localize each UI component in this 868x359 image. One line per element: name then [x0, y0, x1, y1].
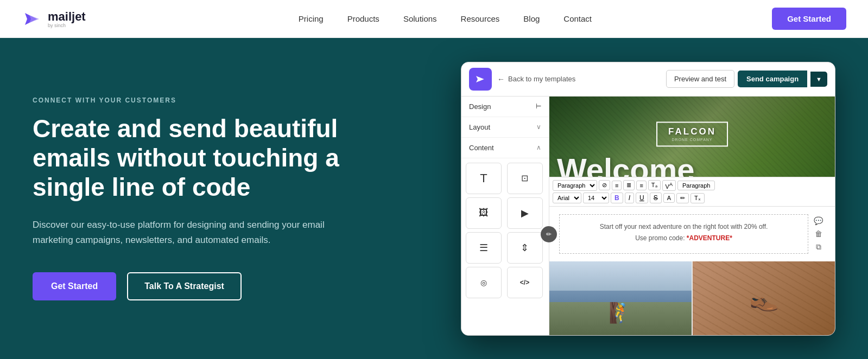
- canvas-brand-badge: FALCON DRONE COMPANY: [656, 121, 728, 146]
- tool-image-text[interactable]: ⊡: [507, 163, 543, 194]
- editor-body: Design ⊢ Layout ∨ Content ∧ T ⊡: [461, 97, 835, 335]
- nav-get-started-button[interactable]: Get Started: [772, 8, 846, 30]
- sidebar-layout-label: Layout: [469, 123, 490, 131]
- canvas-promo-block: ✏ Start off your next adventure on the r…: [549, 207, 835, 261]
- sidebar-content-arrow-icon: ∧: [536, 144, 541, 151]
- strikethrough-button[interactable]: S: [650, 193, 662, 203]
- hero-right: ← Back to my templates Preview and test …: [440, 62, 835, 336]
- hero-title: Create and send beautiful emails without…: [33, 114, 402, 202]
- tool-text[interactable]: T: [466, 163, 502, 194]
- nav-link-solutions[interactable]: Solutions: [403, 14, 437, 23]
- delete-icon[interactable]: 🗑: [815, 229, 822, 238]
- tool-video[interactable]: ▶: [507, 197, 543, 229]
- send-campaign-dropdown-button[interactable]: ▼: [810, 72, 827, 87]
- nav-links: Pricing Products Solutions Resources Blo…: [118, 14, 772, 23]
- hero-description: Discover our easy-to-use platform for de…: [33, 217, 347, 249]
- hero-section: CONNECT WITH YOUR CUSTOMERS Create and s…: [0, 38, 868, 359]
- canvas-bottom-images: 🧗 👞: [549, 261, 835, 335]
- editor-topbar-actions: Preview and test Send campaign ▼: [666, 70, 827, 88]
- send-campaign-button[interactable]: Send campaign: [738, 70, 807, 87]
- editor-formatting-toolbar: Paragraph ⊘ ≡ ≣ ≡ Tₐ VA Paragraph: [549, 177, 835, 207]
- preview-and-test-button[interactable]: Preview and test: [666, 70, 734, 88]
- font-size-button[interactable]: Tₐ: [648, 180, 661, 190]
- highlight-button[interactable]: ✏: [676, 193, 689, 203]
- sidebar-design-label: Design: [469, 102, 491, 111]
- logo-area: mailjet by sinch: [22, 9, 86, 29]
- tool-divider[interactable]: ☰: [466, 232, 502, 264]
- mailjet-logo-icon: [22, 9, 42, 29]
- canvas-welcome-text: Welcome: [557, 154, 695, 177]
- sidebar-tools-grid: T ⊡ 🖼 ▶ ☰ ⇕ ◎ </>: [461, 158, 549, 303]
- align-button[interactable]: ≡: [636, 181, 646, 190]
- clear-text-button[interactable]: Tₓ: [690, 193, 705, 203]
- toolbar-row-2: Arial 14 B I U S A ✏ Tₓ: [553, 193, 832, 203]
- logo-text-area: mailjet by sinch: [48, 10, 86, 28]
- bold-button[interactable]: B: [611, 193, 623, 203]
- font-family-select[interactable]: Arial: [553, 193, 581, 203]
- hero-get-started-button[interactable]: Get Started: [33, 272, 116, 300]
- clear-format-button[interactable]: ⊘: [599, 180, 610, 190]
- tool-image[interactable]: 🖼: [466, 197, 502, 229]
- unordered-list-button[interactable]: ≣: [623, 180, 635, 190]
- sidebar-design-icon: ⊢: [536, 102, 541, 110]
- toolbar-paragraph-btn[interactable]: Paragraph: [677, 181, 715, 190]
- ordered-list-button[interactable]: ≡: [612, 181, 622, 190]
- nav-link-pricing[interactable]: Pricing: [299, 14, 324, 23]
- promo-main-text: Start off your next adventure on the rig…: [600, 223, 768, 230]
- sidebar-layout-arrow-icon: ∨: [536, 123, 541, 131]
- editor-left-sidebar: Design ⊢ Layout ∨ Content ∧ T ⊡: [461, 97, 549, 335]
- editor-mockup: ← Back to my templates Preview and test …: [461, 62, 835, 336]
- boots-figure: 👞: [749, 284, 779, 312]
- underline-button[interactable]: U: [636, 193, 648, 203]
- logo-brand: mailjet: [48, 10, 86, 24]
- sidebar-layout-item[interactable]: Layout ∨: [461, 117, 549, 138]
- tool-html[interactable]: </>: [507, 267, 543, 298]
- editor-logo-icon: [474, 73, 486, 85]
- paragraph-style-select[interactable]: Paragraph: [553, 180, 597, 191]
- hero-talk-strategist-button[interactable]: Talk To A Strategist: [127, 272, 242, 300]
- hero-left: CONNECT WITH YOUR CUSTOMERS Create and s…: [33, 97, 440, 301]
- tool-spacer[interactable]: ⇕: [507, 232, 543, 264]
- editor-logo-box: [469, 68, 492, 91]
- nav-link-products[interactable]: Products: [347, 14, 379, 23]
- promo-text-content: Start off your next adventure on the rig…: [559, 214, 808, 254]
- edit-pencil-button[interactable]: ✏: [541, 226, 557, 242]
- promo-code-label: Use promo code:: [635, 234, 685, 242]
- canvas-right-icons: 💬 🗑 ⧉: [808, 214, 825, 254]
- editor-topbar: ← Back to my templates Preview and test …: [461, 62, 835, 97]
- hero-eyebrow: CONNECT WITH YOUR CUSTOMERS: [33, 97, 418, 104]
- text-color-button[interactable]: A: [663, 193, 675, 203]
- canvas-image-hiker: 🧗: [549, 261, 692, 335]
- back-arrow-icon: ←: [497, 75, 505, 84]
- sidebar-design-item[interactable]: Design ⊢: [461, 97, 549, 117]
- tool-social[interactable]: ◎: [466, 267, 502, 298]
- italic-button[interactable]: I: [625, 193, 634, 203]
- superscript-button[interactable]: VA: [662, 180, 676, 191]
- duplicate-icon[interactable]: ⧉: [816, 242, 821, 252]
- sidebar-content-item[interactable]: Content ∧: [461, 138, 549, 158]
- hiker-figure: 🧗: [609, 302, 633, 324]
- canvas-brand-text: FALCON: [668, 126, 716, 137]
- comment-icon[interactable]: 💬: [814, 216, 823, 225]
- editor-canvas: FALCON DRONE COMPANY Welcome Paragraph ⊘: [549, 97, 835, 335]
- sidebar-content-label: Content: [469, 144, 494, 152]
- font-size-select[interactable]: 14: [583, 193, 609, 203]
- canvas-image-boots: 👞: [693, 261, 835, 335]
- nav-link-blog[interactable]: Blog: [523, 14, 540, 23]
- hero-buttons: Get Started Talk To A Strategist: [33, 272, 418, 300]
- back-label: Back to my templates: [508, 75, 575, 83]
- navbar: mailjet by sinch Pricing Products Soluti…: [0, 0, 868, 38]
- toolbar-row-1: Paragraph ⊘ ≡ ≣ ≡ Tₐ VA Paragraph: [553, 180, 832, 191]
- promo-code-value: *ADVENTURE*: [687, 234, 732, 242]
- nav-link-contact[interactable]: Contact: [563, 14, 592, 23]
- nav-link-resources[interactable]: Resources: [461, 14, 500, 23]
- canvas-header-image: FALCON DRONE COMPANY Welcome: [549, 97, 835, 177]
- editor-back-link[interactable]: ← Back to my templates: [497, 75, 661, 84]
